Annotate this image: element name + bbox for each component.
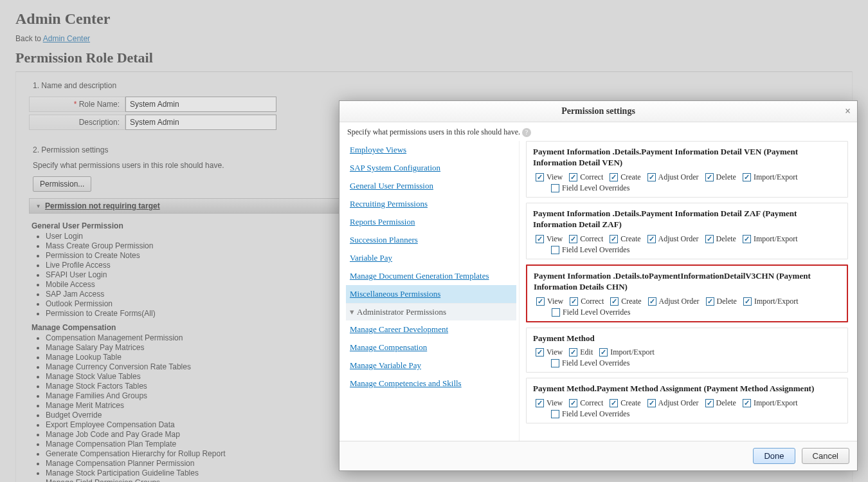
permission-checkbox[interactable]: View xyxy=(536,297,563,306)
permission-checkbox[interactable]: Field Level Overrides xyxy=(551,183,629,193)
breadcrumb: Back to Admin Center xyxy=(15,34,853,43)
permission-label: View xyxy=(547,172,563,182)
checkbox-icon xyxy=(536,399,544,407)
checkbox-icon xyxy=(647,399,656,407)
permission-block: Payment Information .Details.toPaymentIn… xyxy=(526,264,848,322)
permission-checkbox[interactable]: Import/Export xyxy=(599,348,655,357)
permission-label: Field Level Overrides xyxy=(562,183,629,193)
permission-checkbox[interactable]: Delete xyxy=(706,297,737,306)
category-link[interactable]: Employee Views xyxy=(346,141,516,159)
category-link[interactable]: Manage Competencies and Skills xyxy=(346,375,516,393)
permission-label: Create xyxy=(621,297,641,306)
checkbox-icon xyxy=(536,348,544,357)
permission-block-title: Payment Information .Details.toPaymentIn… xyxy=(534,271,840,293)
permission-checkbox[interactable]: Correct xyxy=(569,172,603,182)
permission-detail-pane[interactable]: Payment Information .Details.Payment Inf… xyxy=(520,141,851,441)
permission-block: Payment MethodViewEditImport/ExportField… xyxy=(526,328,848,373)
permission-label: Create xyxy=(620,234,640,244)
checkbox-icon xyxy=(569,348,577,357)
cancel-button[interactable]: Cancel xyxy=(802,448,849,464)
category-link[interactable]: Variable Pay xyxy=(346,249,516,267)
checkbox-icon xyxy=(705,399,714,407)
dialog-title: Permission settings × xyxy=(339,101,857,122)
category-link[interactable]: Recruiting Permissions xyxy=(346,195,516,213)
permission-checkbox[interactable]: Field Level Overrides xyxy=(551,409,629,419)
permission-label: Correct xyxy=(580,234,603,244)
permission-label: Adjust Order xyxy=(659,297,700,306)
permission-checkbox[interactable]: Import/Export xyxy=(743,172,798,182)
checkbox-icon xyxy=(610,173,618,181)
category-link[interactable]: SAP System Configuration xyxy=(346,159,516,177)
permission-checkbox[interactable]: Create xyxy=(610,172,640,182)
permission-checkbox[interactable]: Adjust Order xyxy=(647,172,699,182)
permission-checkbox[interactable]: Delete xyxy=(705,172,736,182)
permission-checkbox[interactable]: View xyxy=(536,172,563,182)
permission-checkbox[interactable]: Create xyxy=(610,234,640,244)
role-name-input[interactable] xyxy=(125,97,276,112)
info-icon[interactable]: ? xyxy=(522,128,531,137)
permission-checkbox[interactable]: Create xyxy=(610,398,640,408)
back-prefix: Back to xyxy=(15,34,43,43)
permission-checkbox[interactable]: Import/Export xyxy=(743,234,798,244)
category-link[interactable]: Manage Variable Pay xyxy=(346,357,516,375)
permission-label: Edit xyxy=(580,348,593,357)
permission-checkbox[interactable]: View xyxy=(536,234,563,244)
checkbox-icon xyxy=(536,235,544,243)
close-icon[interactable]: × xyxy=(845,106,851,117)
category-link[interactable]: Manage Document Generation Templates xyxy=(346,267,516,285)
category-link[interactable]: Miscellaneous Permissions xyxy=(346,285,516,303)
category-link[interactable]: Manage Career Development xyxy=(346,320,516,338)
checkbox-icon xyxy=(743,297,752,306)
permission-checkbox[interactable]: Edit xyxy=(569,348,593,357)
permission-checkbox[interactable]: Delete xyxy=(705,398,736,408)
permission-label: Correct xyxy=(580,172,603,182)
permission-label: Import/Export xyxy=(754,234,798,244)
back-link[interactable]: Admin Center xyxy=(43,34,90,43)
permission-checkbox[interactable]: Create xyxy=(610,297,641,306)
category-group-header[interactable]: ▾Administrator Permissions xyxy=(346,303,516,320)
permission-label: View xyxy=(547,348,563,357)
permission-checkbox[interactable]: View xyxy=(536,348,563,357)
permission-checkbox[interactable]: Import/Export xyxy=(743,398,798,408)
permission-checkbox[interactable]: Delete xyxy=(705,234,736,244)
permission-checkbox[interactable]: View xyxy=(536,398,563,408)
permission-label: View xyxy=(547,398,563,408)
permission-checkbox[interactable]: Adjust Order xyxy=(647,234,699,244)
permission-button[interactable]: Permission... xyxy=(33,176,91,192)
chevron-down-icon: ▾ xyxy=(36,201,42,210)
permission-label: Delete xyxy=(716,234,736,244)
permission-checkbox[interactable]: Correct xyxy=(570,297,604,306)
checkbox-icon xyxy=(551,410,559,418)
done-button[interactable]: Done xyxy=(753,448,795,464)
permission-label: Import/Export xyxy=(754,398,798,408)
checkbox-icon xyxy=(552,308,560,317)
permission-checkbox[interactable]: Correct xyxy=(569,398,603,408)
description-input[interactable] xyxy=(125,115,276,130)
permission-label: Import/Export xyxy=(754,297,799,306)
checkbox-icon xyxy=(569,235,577,243)
checkbox-icon xyxy=(705,235,714,243)
permission-checkbox[interactable]: Import/Export xyxy=(743,297,799,306)
category-link[interactable]: Reports Permission xyxy=(346,213,516,231)
category-link[interactable]: Manage Compensation xyxy=(346,338,516,357)
category-link[interactable]: Succession Planners xyxy=(346,231,516,249)
permission-checkbox[interactable]: Field Level Overrides xyxy=(551,358,629,368)
step1-label: 1. Name and description xyxy=(33,81,839,90)
checkbox-icon xyxy=(706,297,714,306)
checkbox-icon xyxy=(610,399,618,407)
permission-category-list[interactable]: Employee ViewsSAP System ConfigurationGe… xyxy=(346,141,520,441)
permission-checkbox[interactable]: Field Level Overrides xyxy=(552,308,630,317)
category-link[interactable]: General User Permission xyxy=(346,177,516,195)
checkbox-icon xyxy=(551,359,559,367)
permission-label: View xyxy=(547,234,563,244)
permission-checkbox[interactable]: Adjust Order xyxy=(648,297,700,306)
permission-checkbox[interactable]: Adjust Order xyxy=(647,398,699,408)
permission-label: Import/Export xyxy=(754,172,798,182)
permission-checkbox[interactable]: Correct xyxy=(569,234,603,244)
permission-label: Adjust Order xyxy=(658,398,699,408)
checkbox-icon xyxy=(648,297,656,306)
checkbox-icon xyxy=(570,297,578,306)
permission-checkbox[interactable]: Field Level Overrides xyxy=(551,245,629,255)
permission-settings-dialog: Permission settings × Specify what permi… xyxy=(339,100,858,471)
permission-label: Create xyxy=(620,398,640,408)
